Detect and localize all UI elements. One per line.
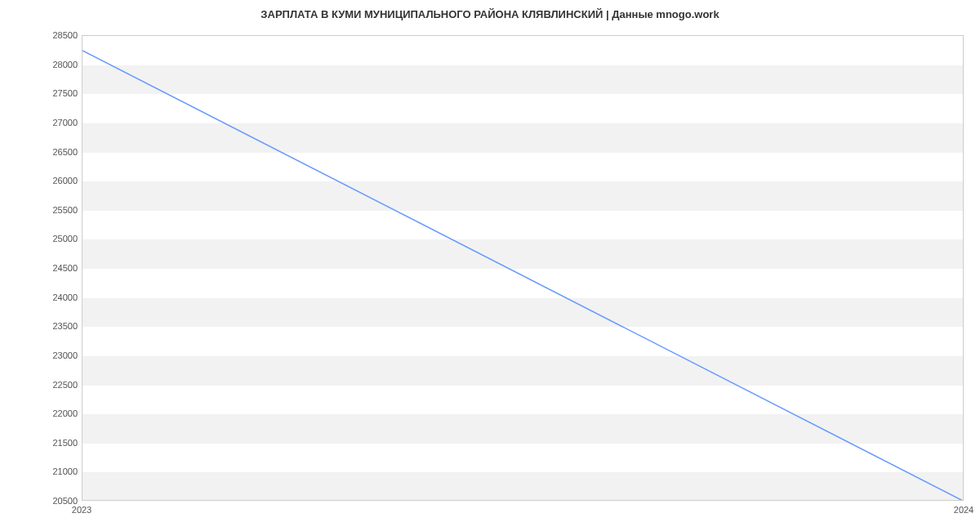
y-tick-label: 25500 <box>0 205 78 215</box>
y-tick-label: 27500 <box>0 88 78 98</box>
y-tick-label: 23500 <box>0 321 78 331</box>
y-tick-label: 22500 <box>0 380 78 390</box>
y-tick-label: 22000 <box>0 408 78 418</box>
x-tick-label: 2024 <box>954 505 973 515</box>
y-tick-label: 27000 <box>0 118 78 127</box>
y-tick-label: 28000 <box>0 60 78 69</box>
y-tick-label: 24000 <box>0 292 78 302</box>
y-tick-label: 25000 <box>0 234 78 243</box>
y-tick-label: 28500 <box>0 30 78 40</box>
y-tick-label: 21500 <box>0 438 78 448</box>
y-tick-label: 20500 <box>0 496 78 506</box>
data-line <box>82 36 964 501</box>
y-tick-label: 26500 <box>0 147 78 157</box>
plot-area <box>82 35 964 501</box>
y-tick-label: 26000 <box>0 176 78 185</box>
y-tick-label: 23000 <box>0 350 78 360</box>
x-tick-label: 2023 <box>72 505 91 515</box>
y-tick-label: 21000 <box>0 466 78 476</box>
chart-container: 2050021000215002200022500230002350024000… <box>0 27 980 525</box>
y-tick-label: 24500 <box>0 263 78 273</box>
chart-title: ЗАРПЛАТА В КУМИ МУНИЦИПАЛЬНОГО РАЙОНА КЛ… <box>0 0 980 27</box>
